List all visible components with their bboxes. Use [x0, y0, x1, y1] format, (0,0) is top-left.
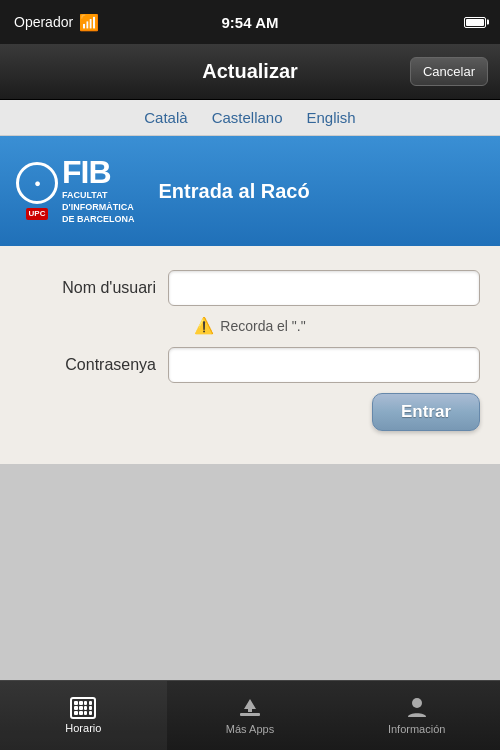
carrier-label: Operador	[14, 14, 73, 30]
svg-rect-0	[240, 713, 260, 716]
main-content: Nom d'usuari ⚠️ Recorda el "." Contrasen…	[0, 246, 500, 464]
svg-point-2	[412, 698, 422, 708]
entrar-button[interactable]: Entrar	[372, 393, 480, 431]
fib-text-block: FIB FACULTAT D'INFORMÀTICA DE BARCELONA	[62, 156, 135, 225]
language-castellano[interactable]: Castellano	[212, 109, 283, 126]
tab-informacion[interactable]: Información	[333, 681, 500, 750]
tab-horario-label: Horario	[65, 722, 101, 734]
hint-text: Recorda el "."	[220, 318, 305, 334]
fib-header: ● UPC FIB FACULTAT D'INFORMÀTICA DE BARC…	[0, 136, 500, 246]
username-input[interactable]	[168, 270, 480, 306]
battery-icon	[464, 17, 486, 28]
username-label: Nom d'usuari	[20, 279, 168, 297]
fib-circle-logo: ●	[16, 162, 58, 204]
language-bar: Català Castellano English	[0, 100, 500, 136]
upc-label: UPC	[26, 208, 49, 220]
fib-letters: FIB	[62, 156, 111, 188]
language-catala[interactable]: Català	[144, 109, 187, 126]
tab-bar: Horario Más Apps Información	[0, 680, 500, 750]
warning-icon: ⚠️	[194, 316, 214, 335]
nav-title: Actualizar	[202, 60, 298, 83]
username-row: Nom d'usuari	[20, 270, 480, 306]
fib-subtitle: FACULTAT D'INFORMÀTICA DE BARCELONA	[62, 190, 135, 225]
nav-bar: Actualizar Cancelar	[0, 44, 500, 100]
svg-marker-1	[244, 699, 256, 712]
password-input[interactable]	[168, 347, 480, 383]
spacer	[0, 464, 500, 680]
wifi-icon: 📶	[79, 13, 99, 32]
fib-tagline: Entrada al Racó	[159, 180, 310, 203]
person-icon	[404, 696, 430, 720]
tab-mas-apps[interactable]: Más Apps	[167, 681, 334, 750]
password-label: Contrasenya	[20, 356, 168, 374]
language-english[interactable]: English	[307, 109, 356, 126]
cancel-button[interactable]: Cancelar	[410, 57, 488, 86]
status-left: Operador 📶	[14, 13, 99, 32]
tab-mas-apps-label: Más Apps	[226, 723, 274, 735]
download-icon	[237, 696, 263, 720]
tab-horario[interactable]: Horario	[0, 681, 167, 750]
status-bar: Operador 📶 9:54 AM	[0, 0, 500, 44]
password-row: Contrasenya	[20, 347, 480, 383]
status-time: 9:54 AM	[222, 14, 279, 31]
entrar-row: Entrar	[20, 393, 480, 431]
tab-informacion-label: Información	[388, 723, 445, 735]
status-right	[464, 17, 486, 28]
hint-row: ⚠️ Recorda el "."	[20, 316, 480, 335]
fib-logo: ● UPC FIB FACULTAT D'INFORMÀTICA DE BARC…	[16, 156, 135, 225]
